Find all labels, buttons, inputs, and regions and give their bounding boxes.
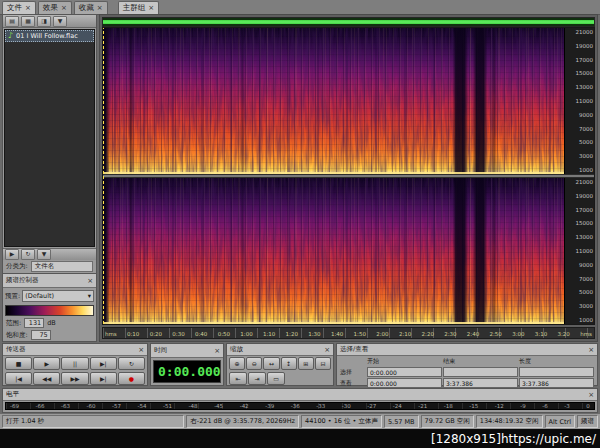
go-to-begin-button[interactable]: |◀ xyxy=(5,372,32,385)
loop-button[interactable]: ↻ xyxy=(21,249,35,260)
sort-by-dropdown[interactable]: 文件名 xyxy=(31,261,93,272)
levels-header[interactable]: 电平 × xyxy=(3,389,597,401)
record-button[interactable]: ● xyxy=(118,372,145,385)
time-label: 0:30 xyxy=(172,331,184,337)
transport-header[interactable]: 传送器 × xyxy=(3,344,147,356)
zoom-header[interactable]: 缩放 × xyxy=(227,344,333,356)
time-field[interactable]: 3:37.386 xyxy=(519,378,594,388)
file-item[interactable]: ♪ 01 I Will Follow.flac xyxy=(5,30,94,42)
zoom-vertical-button[interactable]: ↕ xyxy=(281,357,297,370)
zoom-out-button[interactable]: ⊖ xyxy=(246,357,262,370)
import-file-button[interactable]: ▤ xyxy=(5,16,19,27)
zoom-out-vertical-button[interactable]: ⊟ xyxy=(315,357,331,370)
spectral-controls-header[interactable]: 频谱控制器 × xyxy=(3,274,96,288)
time-label: 3:20 xyxy=(557,331,569,337)
row-label: 查看 xyxy=(340,379,366,388)
fast-forward-button[interactable]: ▶▶ xyxy=(61,372,88,385)
range-value[interactable]: 131 xyxy=(24,318,44,328)
tab-main-group-label: 主群组 xyxy=(123,3,146,13)
play-to-end-button[interactable]: ▶| xyxy=(90,357,117,370)
new-file-button[interactable]: ◨ xyxy=(37,16,51,27)
frequency-label: 13000 xyxy=(566,84,593,90)
spectrogram-right[interactable] xyxy=(103,178,564,324)
zoom-to-start-button[interactable]: ⇤ xyxy=(229,372,247,385)
tab-main-group[interactable]: 主群组 × xyxy=(118,1,159,14)
level-scale-label: -27 xyxy=(367,403,376,409)
levels-panel: 电平 × -69-66-63-60-57-54-51-48-45-42-39-3… xyxy=(2,388,598,413)
loop-play-button[interactable]: ↻ xyxy=(118,357,145,370)
pause-button[interactable]: || xyxy=(61,357,88,370)
frequency-ruler-right[interactable]: 2100019000170001500013000110009000700050… xyxy=(564,178,594,324)
status-item: 右-221 dB @ 3:35.778, 20269Hz xyxy=(186,415,299,428)
timeline-ruler[interactable]: hms0:100:200:300:400:501:001:101:201:301… xyxy=(102,327,595,339)
time-field[interactable] xyxy=(443,367,518,377)
close-icon[interactable]: × xyxy=(588,391,594,399)
menu-button[interactable]: ▼ xyxy=(53,16,67,27)
close-icon[interactable]: × xyxy=(87,277,93,285)
range-unit: dB xyxy=(47,319,56,327)
time-label: 2:20 xyxy=(422,331,434,337)
status-bar: 打开 1.04 秒右-221 dB @ 3:35.778, 20269Hz441… xyxy=(0,414,600,429)
close-icon[interactable]: × xyxy=(25,4,31,12)
close-icon[interactable]: × xyxy=(214,347,220,355)
stop-button[interactable]: ■ xyxy=(5,357,32,370)
file-list[interactable]: ♪ 01 I Will Follow.flac xyxy=(4,29,95,247)
saturation-value[interactable]: 75 xyxy=(31,330,51,340)
time-field[interactable] xyxy=(519,367,594,377)
status-item: 频谱 xyxy=(577,415,598,428)
spectral-gradient-bar[interactable] xyxy=(5,305,94,316)
level-meter[interactable]: -69-66-63-60-57-54-51-48-45-42-39-36-33-… xyxy=(5,402,595,410)
close-icon[interactable]: × xyxy=(148,4,154,12)
zoom-full-button[interactable]: ▭ xyxy=(267,372,285,385)
time-label: 2:00 xyxy=(376,331,388,337)
zoom-to-end-button[interactable]: ⇥ xyxy=(248,372,266,385)
time-label: 2:40 xyxy=(467,331,479,337)
close-icon[interactable]: × xyxy=(588,346,594,354)
go-to-end-button[interactable]: ▶| xyxy=(90,372,117,385)
close-icon[interactable]: × xyxy=(97,4,103,12)
playhead-cursor[interactable] xyxy=(103,28,104,324)
overview-bar[interactable] xyxy=(102,17,595,27)
zoom-horizontal-button[interactable]: ↔ xyxy=(263,357,279,370)
preset-dropdown[interactable]: (Default) ▾ xyxy=(22,290,94,302)
selection-view-title: 选择/查看 xyxy=(340,345,368,354)
close-icon[interactable]: × xyxy=(324,346,330,354)
time-field[interactable]: 3:37.386 xyxy=(443,378,518,388)
close-icon[interactable]: × xyxy=(138,346,144,354)
auto-play-button[interactable]: ▶ xyxy=(5,249,19,260)
frequency-ruler-left[interactable]: 2100019000170001500013000110009000700050… xyxy=(564,28,594,174)
spectrogram-left[interactable] xyxy=(103,28,564,174)
spectral-display[interactable]: 2100019000170001500013000110009000700050… xyxy=(102,27,595,325)
time-header[interactable]: 时间 × xyxy=(151,344,223,358)
tab-effects[interactable]: 效果 × xyxy=(38,1,72,14)
zoom-title: 缩放 xyxy=(230,345,243,354)
level-scale-label: -18 xyxy=(444,403,453,409)
status-item: Alt Ctrl xyxy=(545,415,575,428)
options-button[interactable]: ▼ xyxy=(37,249,51,260)
level-scale-label: -66 xyxy=(36,403,45,409)
quiet-bands-overlay xyxy=(103,178,564,324)
open-file-button[interactable]: ▦ xyxy=(21,16,35,27)
level-scale-label: -42 xyxy=(240,403,249,409)
close-icon[interactable]: × xyxy=(61,4,67,12)
status-item: 44100 • 16 位 • 立体声 xyxy=(301,415,382,428)
frequency-label: 3000 xyxy=(566,303,593,309)
time-field[interactable]: 0:00.000 xyxy=(367,378,442,388)
level-scale-label: -45 xyxy=(214,403,223,409)
selection-view-header[interactable]: 选择/查看 × xyxy=(337,344,597,356)
rewind-button[interactable]: ◀◀ xyxy=(33,372,60,385)
row-label: 选择 xyxy=(340,368,366,377)
tab-files[interactable]: 文件 × xyxy=(2,1,36,14)
time-display[interactable]: 0:00.000 xyxy=(153,360,221,383)
zoom-in-button[interactable]: ⊕ xyxy=(229,357,245,370)
audition-window: 文件 × 效果 × 收藏 × 主群组 × ▤▦◨▼ ♪ 01 I Will Fo… xyxy=(0,0,600,448)
status-item: 134:48:19.32 空闲 xyxy=(476,415,543,428)
files-toolbar: ▤▦◨▼ xyxy=(3,15,96,28)
tab-favorites[interactable]: 收藏 × xyxy=(74,1,108,14)
level-scale-label: -63 xyxy=(61,403,70,409)
status-item: 打开 1.04 秒 xyxy=(2,415,184,428)
play-button[interactable]: ▶ xyxy=(33,357,60,370)
frequency-label: 17000 xyxy=(566,57,593,63)
zoom-in-vertical-button[interactable]: ⊞ xyxy=(298,357,314,370)
time-field[interactable]: 0:00.000 xyxy=(367,367,442,377)
